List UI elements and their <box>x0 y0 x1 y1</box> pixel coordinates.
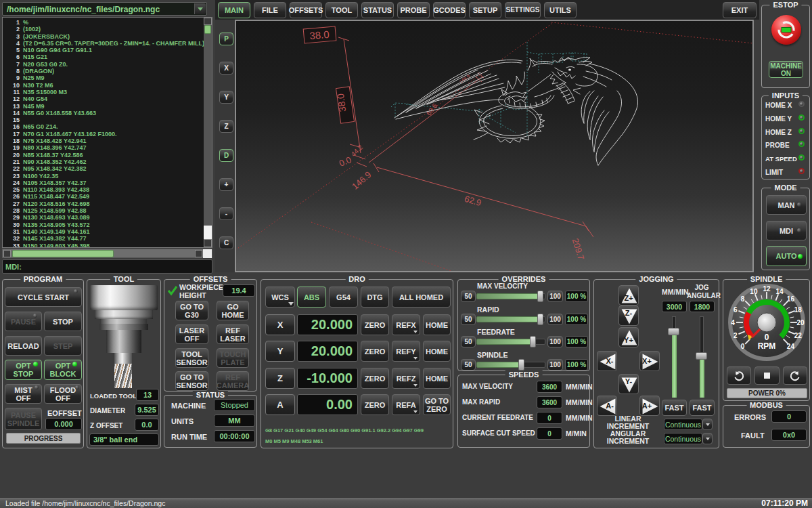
svg-text:10: 10 <box>750 288 758 295</box>
svg-text:0: 0 <box>765 333 769 342</box>
svg-text:24: 24 <box>787 343 795 350</box>
svg-text:18: 18 <box>794 306 803 314</box>
svg-text:16: 16 <box>787 295 795 303</box>
svg-text:2: 2 <box>734 332 738 339</box>
svg-text:RPM: RPM <box>758 341 776 351</box>
svg-text:0: 0 <box>741 343 745 350</box>
svg-text:8: 8 <box>741 295 745 303</box>
svg-text:6: 6 <box>734 306 738 314</box>
svg-text:12: 12 <box>763 285 771 293</box>
svg-text:20: 20 <box>796 319 805 326</box>
svg-text:22: 22 <box>794 332 803 339</box>
svg-text:14: 14 <box>776 288 784 295</box>
svg-text:38.0: 38.0 <box>309 28 330 41</box>
svg-text:4: 4 <box>731 319 735 326</box>
